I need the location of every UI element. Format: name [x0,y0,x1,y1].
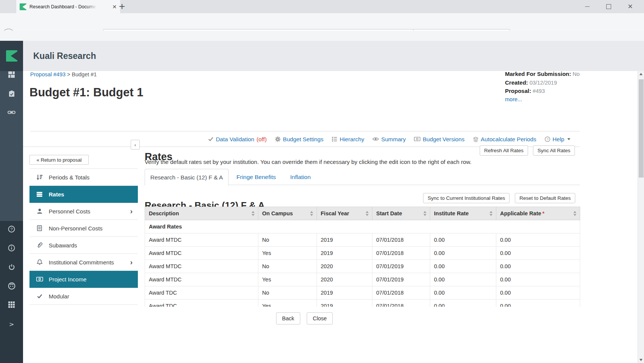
scrollbar-thumb[interactable] [639,79,644,178]
table-cell: 07/01/2019 [372,260,430,273]
sort-icon[interactable] [310,211,313,216]
table-row[interactable]: Award TDCYes201907/01/20180.000.00 [145,300,580,307]
rates-rows-icon [36,191,43,198]
dashboard-icon[interactable] [0,71,23,78]
column-header-description[interactable]: Description [145,207,258,220]
budget-sidebar: « Return to proposal Periods & TotalsRat… [29,155,138,313]
more-link[interactable]: more... [505,96,522,102]
rail-bottom-section: ? > [0,221,23,363]
table-cell: 0.00 [496,273,580,286]
kuali-logo-block[interactable] [0,41,23,71]
meta-value: 03/12/2019 [530,80,557,86]
sidebar-item-periods-totals[interactable]: Periods & Totals [29,169,138,186]
sidebar-item-subawards[interactable]: Subawards [29,237,138,254]
table-row[interactable]: Award MTDCYes201907/01/20180.000.00 [145,247,580,260]
toolbar-data-validation[interactable]: Data Validation(off) [208,136,267,142]
tab-fringe-benefits[interactable]: Fringe Benefits [236,174,276,181]
sync-to-current-institutional-rates-button[interactable]: Sync to Current Institutional Rates [423,193,510,203]
layers-icon [473,136,479,142]
user-face-icon[interactable] [0,282,23,290]
page-top-strip [0,31,644,41]
browser-tab[interactable]: Research Dashboard - Docume ✕ [16,0,120,13]
sidebar-item-non-personnel-costs[interactable]: Non-Personnel Costs [29,220,138,237]
sort-icon[interactable] [490,211,493,216]
question-icon: ? [545,136,550,142]
help-circle-icon[interactable]: ? [0,226,23,233]
toolbar-budget-settings[interactable]: Budget Settings [275,136,323,142]
sidebar-collapse-button[interactable]: ‹ [131,140,140,150]
meta-value: #493 [533,88,545,94]
sidebar-item-personnel-costs[interactable]: Personnel Costs› [29,203,138,220]
close-button-footer[interactable]: Close [307,312,333,324]
toolbar-status: (off) [256,136,267,142]
sort-icon[interactable] [573,211,576,216]
toolbar-label: Summary [381,136,406,142]
toolbar-hierarchy[interactable]: Hierarchy [332,136,364,142]
sidebar-item-institutional-commitments[interactable]: Institutional Commitments› [29,254,138,271]
kuali-logo-icon [6,50,17,62]
toolbar-budget-versions[interactable]: Budget Versions [414,136,465,142]
reset-to-default-rates-button[interactable]: Reset to Default Rates [515,193,575,203]
link-icon[interactable] [0,109,23,116]
table-cell: Award MTDC [145,260,258,273]
sort-icon[interactable] [423,211,426,216]
budget-action-toolbar: Data Validation(off)Budget SettingsHiera… [208,131,570,147]
column-header-applicable-rate[interactable]: Applicable Rate* [496,207,580,220]
app-brand: Kuali Research [33,51,96,61]
return-to-proposal-button[interactable]: « Return to proposal [29,155,89,165]
app-header-band: Kuali Research [23,41,644,71]
refresh-all-rates-button[interactable]: Refresh All Rates [480,145,528,156]
clipboard-check-icon[interactable] [0,90,23,97]
minimize-button[interactable] [576,0,598,13]
minimize-icon [585,6,590,7]
toolbar-help[interactable]: ?Help [545,136,570,142]
table-cell: Yes [258,273,317,286]
column-header-on-campus[interactable]: On Campus [258,207,317,220]
table-cell: Award MTDC [145,247,258,260]
column-header-institute-rate[interactable]: Institute Rate [430,207,496,220]
table-cell: Yes [258,300,317,307]
rates-tabs: Research - Basic (12) F & A Fringe Benef… [145,169,580,185]
bell-icon [36,259,43,265]
sync-all-rates-button[interactable]: Sync All Rates [533,145,575,156]
sort-amount-icon [36,174,43,181]
power-icon[interactable] [0,263,23,270]
sort-icon[interactable] [252,211,255,216]
expand-rail-icon[interactable]: > [0,321,23,328]
table-row[interactable]: Award MTDCNo202007/01/20190.000.00 [145,260,580,273]
table-row[interactable]: Award MTDCYes202007/01/20190.000.00 [145,273,580,286]
meta-label: Created: [505,79,528,86]
table-row[interactable]: Award MTDCNo201907/01/20180.000.00 [145,233,580,247]
table-cell: Award MTDC [145,273,258,286]
tab-inflation[interactable]: Inflation [290,174,310,181]
info-circle-icon[interactable] [0,244,23,252]
new-tab-button[interactable]: + [116,1,128,12]
table-row[interactable]: Award TDCNo201907/01/20180.000.00 [145,286,580,300]
maximize-button[interactable] [598,0,619,13]
page-scrollbar[interactable] [638,71,644,363]
table-cell: No [258,260,317,273]
scroll-up-icon[interactable] [638,73,644,75]
column-label: Description [149,210,179,216]
toolbar-summary[interactable]: Summary [372,136,406,142]
document-icon [36,225,43,231]
column-header-start-date[interactable]: Start Date [372,207,430,220]
apps-grid-icon[interactable] [0,301,23,308]
sidebar-item-rates[interactable]: Rates [29,186,138,203]
chevron-right-icon: › [130,258,133,267]
scroll-down-icon[interactable] [638,359,644,361]
sidebar-item-project-income[interactable]: 1Project Income [29,271,138,288]
table-cell: 0.00 [430,247,496,260]
toolbar-autocalculate-periods[interactable]: Autocalculate Periods [473,136,536,142]
breadcrumb-proposal-link[interactable]: Proposal #493 [30,71,66,77]
breadcrumb-current: Budget #1 [72,71,97,77]
sidebar-item-label: Periods & Totals [49,174,90,181]
table-cell: 07/01/2018 [372,286,430,300]
column-header-fiscal-year[interactable]: Fiscal Year [317,207,372,220]
close-button[interactable]: ✕ [619,0,641,13]
svg-text:?: ? [10,227,12,232]
sidebar-item-modular[interactable]: Modular [29,288,138,305]
sort-icon[interactable] [366,211,369,216]
tab-research-basic-fa[interactable]: Research - Basic (12) F & A [145,169,229,185]
back-button-footer[interactable]: Back [276,312,300,324]
